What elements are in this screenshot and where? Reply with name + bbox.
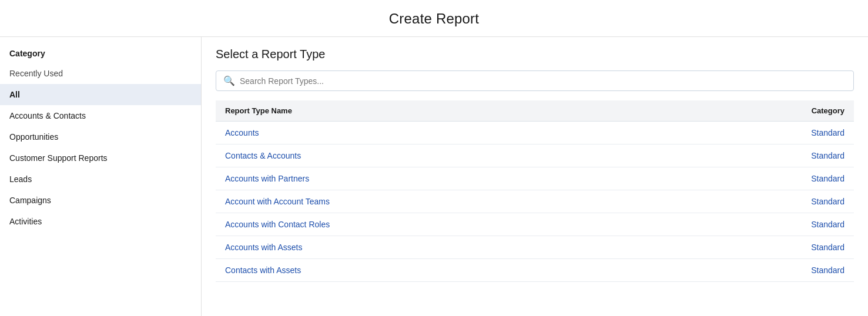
report-table: Report Type Name Category AccountsStanda… <box>216 100 854 282</box>
search-bar: 🔍 <box>216 70 854 91</box>
report-type-category: Standard <box>664 122 854 144</box>
table-header-row: Report Type Name Category <box>216 100 854 122</box>
section-title: Select a Report Type <box>216 48 854 61</box>
report-type-category: Standard <box>664 144 854 167</box>
sidebar-item-accounts-contacts[interactable]: Accounts & Contacts <box>0 105 201 126</box>
report-type-name[interactable]: Accounts with Partners <box>216 167 664 190</box>
table-row[interactable]: Accounts with Contact RolesStandard <box>216 213 854 236</box>
report-type-name[interactable]: Contacts & Accounts <box>216 144 664 167</box>
table-row[interactable]: Account with Account TeamsStandard <box>216 190 854 213</box>
report-type-category: Standard <box>664 259 854 282</box>
sidebar-item-activities[interactable]: Activities <box>0 211 201 232</box>
report-type-name[interactable]: Accounts with Assets <box>216 236 664 259</box>
table-row[interactable]: Accounts with PartnersStandard <box>216 167 854 190</box>
main-content: Select a Report Type 🔍 Report Type Name … <box>202 37 868 316</box>
report-type-category: Standard <box>664 167 854 190</box>
sidebar-item-leads[interactable]: Leads <box>0 169 201 190</box>
sidebar-item-all[interactable]: All <box>0 84 201 105</box>
report-type-name[interactable]: Accounts <box>216 122 664 144</box>
report-type-name[interactable]: Accounts with Contact Roles <box>216 213 664 236</box>
report-type-category: Standard <box>664 190 854 213</box>
search-icon: 🔍 <box>223 75 235 86</box>
search-input[interactable] <box>240 76 846 86</box>
table-row[interactable]: AccountsStandard <box>216 122 854 144</box>
table-row[interactable]: Accounts with AssetsStandard <box>216 236 854 259</box>
sidebar-item-opportunities[interactable]: Opportunities <box>0 126 201 147</box>
sidebar-item-customer-support-reports[interactable]: Customer Support Reports <box>0 147 201 169</box>
sidebar-heading: Category <box>0 43 201 63</box>
sidebar-item-campaigns[interactable]: Campaigns <box>0 190 201 211</box>
sidebar-item-recently-used[interactable]: Recently Used <box>0 63 201 84</box>
col-category-header: Category <box>664 100 854 122</box>
table-row[interactable]: Contacts & AccountsStandard <box>216 144 854 167</box>
page-title: Create Report <box>0 11 868 27</box>
table-row[interactable]: Contacts with AssetsStandard <box>216 259 854 282</box>
report-type-category: Standard <box>664 236 854 259</box>
report-type-category: Standard <box>664 213 854 236</box>
report-type-name[interactable]: Account with Account Teams <box>216 190 664 213</box>
sidebar: Category Recently UsedAllAccounts & Cont… <box>0 37 202 316</box>
col-name-header: Report Type Name <box>216 100 664 122</box>
report-type-name[interactable]: Contacts with Assets <box>216 259 664 282</box>
